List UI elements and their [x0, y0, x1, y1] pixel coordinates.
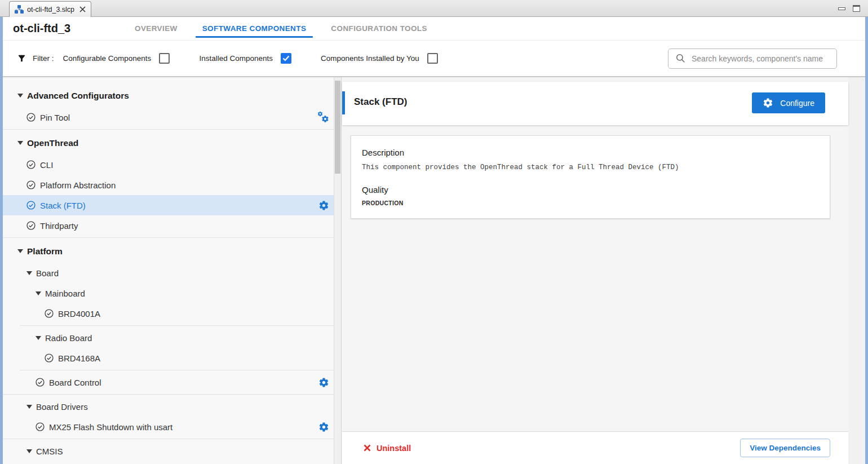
tree-item-label: BRD4001A: [58, 309, 100, 319]
caret-down-icon[interactable]: [17, 141, 23, 145]
tree-item-label: Board Drivers: [36, 402, 88, 412]
description-heading: Description: [362, 148, 819, 157]
caret-down-icon[interactable]: [26, 271, 32, 275]
tree-item-label: Pin Tool: [40, 113, 70, 122]
tree-item-pin-tool[interactable]: Pin Tool: [3, 107, 334, 127]
tree-item-platform-abstraction[interactable]: Platform Abstraction: [3, 175, 334, 195]
quality-value: PRODUCTION: [362, 200, 819, 206]
installed-check-icon: [26, 180, 36, 190]
configure-gear-icon[interactable]: [318, 200, 329, 211]
tree-scrollbar-thumb[interactable]: [335, 81, 340, 174]
installed-check-icon: [35, 422, 45, 432]
maximize-icon[interactable]: [853, 5, 860, 12]
caret-down-icon[interactable]: [26, 405, 32, 409]
tree-item-cmsis[interactable]: CMSIS: [3, 441, 334, 461]
configurable-components-checkbox[interactable]: [159, 53, 170, 64]
tree-divider: [3, 392, 334, 396]
project-title: ot-cli-ftd_3: [13, 22, 114, 35]
header-accent-bar: [342, 91, 345, 114]
tree-divider: [3, 368, 334, 372]
tree-item-platform[interactable]: Platform: [3, 240, 334, 263]
description-card: Description This component provides the …: [351, 135, 830, 219]
tree-item-label: Mainboard: [45, 289, 85, 298]
configure-button[interactable]: Configure: [752, 92, 825, 113]
tree-item-openthread[interactable]: OpenThread: [3, 131, 334, 154]
view-dependencies-button[interactable]: View Dependencies: [740, 439, 830, 457]
tree-item-stack-ftd[interactable]: Stack (FTD): [3, 195, 334, 215]
tree-item-board[interactable]: Board: [3, 263, 334, 283]
tree-item-label: CLI: [40, 160, 53, 170]
page-tabs: OVERVIEW SOFTWARE COMPONENTS CONFIGURATI…: [122, 17, 440, 40]
tree-item-brd4168a[interactable]: BRD4168A: [3, 348, 334, 368]
project-header: ot-cli-ftd_3 OVERVIEW SOFTWARE COMPONENT…: [3, 17, 865, 41]
component-title: Stack (FTD): [354, 96, 407, 108]
search-icon: [675, 53, 686, 64]
detail-footer: Uninstall View Dependencies: [342, 431, 848, 464]
tree-divider: [3, 324, 334, 328]
detail-header: Stack (FTD) Configure: [342, 82, 848, 125]
editor-tab-bar: ot-cli-ftd_3.slcp: [0, 0, 868, 17]
filter-bar: Filter : Configurable Components Install…: [3, 41, 865, 77]
tree-item-mainboard[interactable]: Mainboard: [3, 283, 334, 303]
components-installed-by-you-checkbox[interactable]: [427, 53, 438, 64]
editor-focus-border-left: [0, 17, 3, 464]
minimize-icon[interactable]: [838, 7, 845, 10]
caret-down-icon[interactable]: [35, 336, 41, 340]
installed-check-icon: [26, 112, 36, 122]
tree-item-label: Platform Abstraction: [40, 180, 116, 190]
caret-down-icon[interactable]: [17, 249, 23, 253]
filter-components-installed-by-you: Components Installed by You: [321, 53, 438, 64]
configure-gear-icon[interactable]: [318, 377, 329, 388]
configure-button-label: Configure: [780, 99, 814, 108]
gear-icon: [763, 98, 773, 108]
pin-tool-gears-icon[interactable]: [317, 112, 329, 123]
tree-item-thirdparty[interactable]: Thirdparty: [3, 215, 334, 236]
component-tree: Advanced ConfiguratorsPin ToolOpenThread…: [3, 77, 334, 464]
installed-components-checkbox[interactable]: [281, 53, 291, 64]
tree-item-cli[interactable]: CLI: [3, 154, 334, 175]
tree-item-brd4001a[interactable]: BRD4001A: [3, 303, 334, 324]
tree-item-radio-board[interactable]: Radio Board: [3, 328, 334, 348]
checkbox-label: Installed Components: [199, 54, 273, 63]
close-icon[interactable]: [79, 6, 86, 12]
tab-overview[interactable]: OVERVIEW: [122, 17, 190, 40]
tree-item-label: MX25 Flash Shutdown with usart: [49, 422, 172, 432]
installed-check-icon: [26, 160, 36, 170]
tree-item-label: Board: [36, 268, 59, 278]
tree-item-label: OpenThread: [27, 138, 78, 148]
search-input[interactable]: [692, 54, 831, 63]
editor-tab[interactable]: ot-cli-ftd_3.slcp: [9, 1, 91, 17]
tree-divider: [3, 437, 334, 441]
editor-tab-title: ot-cli-ftd_3.slcp: [27, 6, 74, 14]
filter-configurable-components: Configurable Components: [63, 53, 170, 64]
editor-focus-border-right: [865, 17, 868, 464]
tree-item-label: Board Control: [49, 378, 101, 387]
view-controls: [838, 5, 860, 12]
tree-item-board-control[interactable]: Board Control: [3, 372, 334, 392]
search-box: [668, 48, 837, 69]
tree-divider: [3, 127, 334, 131]
installed-check-icon: [26, 220, 36, 231]
caret-down-icon[interactable]: [17, 94, 23, 98]
quality-heading: Quality: [362, 185, 819, 195]
tree-item-label: Radio Board: [45, 333, 92, 343]
caret-down-icon[interactable]: [26, 449, 32, 453]
tree-item-label: Stack (FTD): [40, 201, 86, 210]
filter-installed-components: Installed Components: [199, 53, 291, 64]
slcp-project-icon: [15, 5, 24, 14]
filter-label: Filter :: [33, 54, 54, 63]
uninstall-button[interactable]: Uninstall: [364, 444, 411, 453]
tab-configuration-tools[interactable]: CONFIGURATION TOOLS: [318, 17, 440, 40]
tree-item-board-drivers[interactable]: Board Drivers: [3, 396, 334, 417]
configure-gear-icon[interactable]: [318, 422, 329, 432]
installed-check-icon: [35, 377, 45, 387]
uninstall-label: Uninstall: [377, 444, 411, 453]
installed-check-icon: [26, 200, 36, 210]
tree-scrollbar[interactable]: [334, 77, 342, 464]
caret-down-icon[interactable]: [35, 291, 41, 295]
description-text: This component provides the OpenThread s…: [362, 163, 819, 171]
tree-item-label: Platform: [27, 246, 63, 257]
tree-item-mx25-flash-shutdown-with-usart[interactable]: MX25 Flash Shutdown with usart: [3, 417, 334, 437]
tab-software-components[interactable]: SOFTWARE COMPONENTS: [190, 17, 319, 40]
tree-item-advanced-configurators[interactable]: Advanced Configurators: [3, 84, 334, 107]
